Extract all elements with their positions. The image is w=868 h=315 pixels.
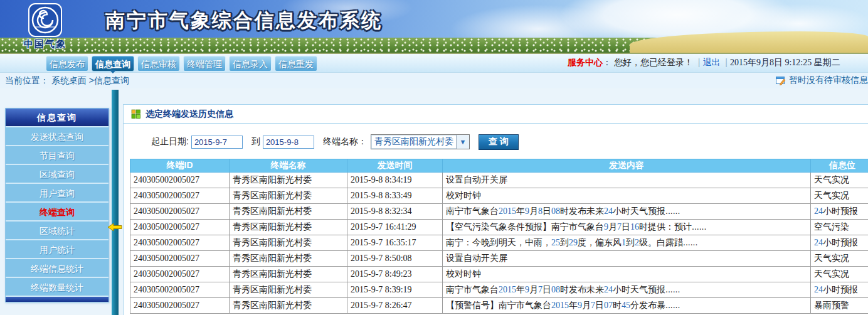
- send-content-cell: 设置自动开关屏: [443, 251, 811, 267]
- terminal-name-cell: 青秀区南阳新光村委: [230, 267, 347, 282]
- send-content-cell: 校对时钟: [443, 267, 811, 282]
- send-time-cell: 2015-9-8 8:33:49: [347, 188, 443, 204]
- info-type-cell: 天气实况: [811, 188, 868, 204]
- sidebar-splitter[interactable]: [112, 90, 119, 315]
- sidebar-item-3[interactable]: 用户查询: [6, 183, 109, 201]
- date-from-input[interactable]: [191, 136, 243, 149]
- terminal-id-cell: 240305002005027: [130, 282, 230, 298]
- terminal-id-cell: 240305002005027: [130, 204, 230, 220]
- table-row: 240305002005027青秀区南阳新光村委2015-9-7 16:41:2…: [130, 220, 868, 235]
- send-time-cell: 2015-9-7 8:39:19: [347, 282, 443, 298]
- sidebar-items: 发送状态查询节目查询区域查询用户查询终端查询区域统计用户统计终端信息统计终端数量…: [6, 126, 109, 296]
- date-to-input[interactable]: [263, 136, 314, 149]
- navbar: 信息发布信息查询信息审核终端管理信息录入信息重发 服务中心： 您好，您已经登录！…: [0, 54, 868, 73]
- terminal-select-value: 青秀区南阳新光村委: [371, 136, 456, 147]
- nav-tab-3[interactable]: 终端管理: [183, 56, 226, 72]
- nav-tab-2[interactable]: 信息审核: [137, 56, 180, 72]
- terminal-name-label: 终端名称：: [323, 136, 367, 147]
- table-header-row: 终端ID终端名称发送时间发送内容信息位: [130, 159, 868, 173]
- send-time-cell: 2015-9-7 16:35:17: [347, 235, 443, 251]
- collapse-sidebar-arrow-icon[interactable]: [107, 223, 123, 232]
- wheat-hill-image: [630, 31, 868, 53]
- logo-caption: 中国气象: [16, 38, 74, 50]
- send-time-cell: 2015-9-7 8:49:23: [347, 267, 443, 282]
- sidebar-item-4[interactable]: 终端查询: [6, 201, 109, 220]
- section-title: 选定终端发送历史信息: [146, 109, 233, 120]
- table-row: 240305002005027青秀区南阳新光村委2015-9-7 8:49:23…: [130, 267, 868, 282]
- terminal-id-cell: 240305002005027: [130, 235, 230, 251]
- terminal-id-cell: 240305002005027: [130, 188, 230, 204]
- sidebar-item-0[interactable]: 发送状态查询: [6, 126, 109, 145]
- breadcrumb-prefix: 当前位置：: [5, 75, 49, 85]
- search-button[interactable]: 查 询: [479, 134, 519, 150]
- breadcrumb-current: 信息查询: [94, 75, 129, 85]
- table-row: 240305002005027青秀区南阳新光村委2015-9-7 8:26:47…: [130, 298, 868, 314]
- review-notice: 暂时没有待审核信息: [776, 75, 868, 86]
- info-type-cell: 天气实况: [811, 173, 868, 188]
- terminal-name-cell: 青秀区南阳新光村委: [230, 173, 347, 188]
- send-content-cell: 南宁市气象台2015年9月7日08时发布未来24小时天气预报......: [443, 282, 811, 298]
- info-type-cell: 天气实况: [811, 251, 868, 267]
- breadcrumb-root-link[interactable]: 系统桌面: [51, 75, 87, 85]
- breadcrumb-row: 当前位置： 系统桌面 >信息查询 暂时没有待审核信息: [0, 73, 868, 88]
- sidebar-item-6[interactable]: 用户统计: [6, 239, 109, 258]
- service-center-label: 服务中心: [568, 57, 603, 67]
- service-status: 服务中心： 您好，您已经登录！ |退出 |2015年9月8日 9:12:25 星…: [568, 57, 840, 68]
- col-header-2: 发送时间: [347, 159, 443, 173]
- send-content-cell: 【空气污染气象条件预报】南宁市气象台9月7日16时提供：预计......: [443, 220, 811, 235]
- terminal-name-cell: 青秀区南阳新光村委: [230, 251, 347, 267]
- breadcrumb: 当前位置： 系统桌面 >信息查询: [5, 75, 129, 87]
- sidebar-item-1[interactable]: 节目查询: [6, 145, 109, 164]
- terminal-name-cell: 青秀区南阳新光村委: [230, 298, 347, 314]
- terminal-id-cell: 240305002005027: [130, 173, 230, 188]
- nav-tab-5[interactable]: 信息重发: [275, 56, 317, 72]
- current-datetime: 2015年9月8日 9:12:25 星期二: [730, 58, 840, 67]
- terminal-name-cell: 青秀区南阳新光村委: [230, 282, 347, 298]
- send-content-cell: 【预警信号】南宁市气象台2015年9月7日07时45分发布暴......: [443, 298, 811, 314]
- terminal-id-cell: 240305002005027: [130, 251, 230, 267]
- table-row: 240305002005027青秀区南阳新光村委2015-9-8 8:34:19…: [130, 173, 868, 188]
- send-time-cell: 2015-9-7 8:26:47: [347, 298, 443, 314]
- terminal-id-cell: 240305002005027: [130, 298, 230, 314]
- logout-link[interactable]: 退出: [702, 57, 720, 67]
- sidebar-title: 信息查询: [6, 109, 109, 126]
- table-row: 240305002005027青秀区南阳新光村委2015-9-7 8:50:08…: [130, 251, 868, 267]
- terminal-id-cell: 240305002005027: [130, 267, 230, 282]
- col-header-4: 信息位: [811, 159, 868, 173]
- info-type-cell: 24小时预报: [811, 204, 868, 220]
- info-type-cell: 24小时预报: [811, 235, 868, 251]
- sidebar-item-2[interactable]: 区域查询: [6, 164, 109, 183]
- terminal-select[interactable]: 青秀区南阳新光村委 ▼: [371, 134, 470, 149]
- col-header-3: 发送内容: [443, 159, 811, 173]
- cma-logo: 中国气象: [16, 2, 74, 50]
- sidebar-item-8[interactable]: 终端数量统计: [6, 277, 109, 296]
- login-greeting: 您好，您已经登录！: [614, 57, 693, 67]
- terminal-name-cell: 青秀区南阳新光村委: [230, 204, 347, 220]
- to-label: 到: [251, 136, 260, 147]
- grid-section-icon: [131, 109, 140, 119]
- date-range-label: 起止日期:: [151, 136, 189, 147]
- col-header-0: 终端ID: [130, 159, 230, 173]
- sidebar-menu: 信息查询 发送状态查询节目查询区域查询用户查询终端查询区域统计用户统计终端信息统…: [5, 108, 109, 302]
- terminal-name-cell: 青秀区南阳新光村委: [230, 235, 347, 251]
- table-row: 240305002005027青秀区南阳新光村委2015-9-7 8:39:19…: [130, 282, 868, 298]
- breadcrumb-separator: >: [89, 75, 94, 85]
- send-time-cell: 2015-9-7 16:41:29: [347, 220, 443, 235]
- send-time-cell: 2015-9-7 8:50:08: [347, 251, 443, 267]
- sidebar-item-5[interactable]: 区域统计: [6, 220, 109, 239]
- terminal-name-cell: 青秀区南阳新光村委: [230, 188, 347, 204]
- nav-tab-4[interactable]: 信息录入: [229, 56, 272, 72]
- app-title: 南宁市气象综合信息发布系统: [105, 8, 383, 34]
- table-row: 240305002005027青秀区南阳新光村委2015-9-7 16:35:1…: [130, 235, 868, 251]
- terminal-id-cell: 240305002005027: [130, 220, 230, 235]
- nav-tab-0[interactable]: 信息发布: [46, 56, 88, 72]
- sidebar-item-7[interactable]: 终端信息统计: [6, 258, 109, 277]
- info-type-cell: 暴雨预警: [811, 298, 868, 314]
- table-row: 240305002005027青秀区南阳新光村委2015-9-8 8:33:49…: [130, 188, 868, 204]
- history-table: 终端ID终端名称发送时间发送内容信息位 240305002005027青秀区南阳…: [130, 159, 868, 314]
- info-type-cell: 24小时预报: [811, 282, 868, 298]
- send-time-cell: 2015-9-8 8:34:19: [347, 173, 443, 188]
- terminal-name-cell: 青秀区南阳新光村委: [230, 220, 347, 235]
- history-table-body: 240305002005027青秀区南阳新光村委2015-9-8 8:34:19…: [130, 173, 868, 314]
- nav-tab-1[interactable]: 信息查询: [92, 56, 134, 72]
